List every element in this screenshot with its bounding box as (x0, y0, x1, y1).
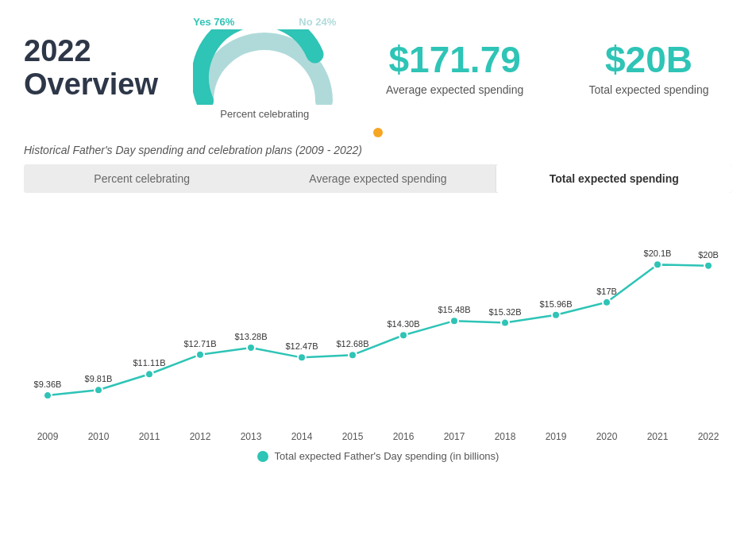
divider-row (24, 128, 732, 137)
avg-spending-value: $171.79 (389, 40, 521, 80)
svg-text:2017: 2017 (444, 431, 465, 442)
legend-row: Total expected Father's Day spending (in… (24, 450, 732, 462)
total-spending-label: Total expected spending (588, 83, 708, 96)
svg-text:2014: 2014 (291, 431, 313, 442)
gauge-caption: Percent celebrating (220, 108, 309, 120)
historical-label: Historical Father's Day spending and cel… (24, 144, 732, 156)
total-spending-section: $20B Total expected spending (565, 40, 732, 96)
svg-text:$9.81B: $9.81B (85, 374, 113, 383)
svg-text:2020: 2020 (596, 431, 618, 442)
svg-point-15 (298, 353, 306, 361)
overview-row: 2022Overview Yes 76% No 24% Percent cele… (24, 16, 732, 120)
avg-spending-section: $171.79 Average expected spending (372, 40, 538, 96)
svg-text:$20B: $20B (698, 250, 719, 260)
svg-point-24 (450, 317, 458, 325)
svg-point-6 (145, 370, 153, 378)
tab-avg-spending[interactable]: Average expected spending (260, 164, 496, 193)
gauge-yes-label: Yes 76% (193, 16, 234, 28)
svg-text:2009: 2009 (37, 431, 59, 442)
gauge-canvas (193, 29, 336, 105)
svg-text:$12.71B: $12.71B (184, 339, 217, 349)
legend-label: Total expected Father's Day spending (in… (275, 450, 499, 462)
svg-point-0 (44, 391, 52, 399)
gauge-svg (193, 29, 336, 105)
svg-point-12 (247, 344, 255, 352)
svg-text:$12.68B: $12.68B (337, 339, 369, 349)
svg-point-39 (704, 262, 712, 270)
chart-svg: $9.36B2009$9.81B2010$11.11B2011$12.71B20… (24, 206, 732, 444)
svg-text:2013: 2013 (241, 431, 262, 442)
svg-text:2018: 2018 (495, 431, 516, 442)
gauge-section: Yes 76% No 24% Percent celebrating (185, 16, 344, 120)
gauge-no-label: No 24% (299, 16, 336, 28)
svg-point-9 (196, 351, 204, 359)
tabs-row: Percent celebrating Average expected spe… (24, 164, 732, 193)
avg-spending-label: Average expected spending (386, 83, 523, 96)
svg-point-36 (654, 260, 662, 268)
total-spending-value: $20B (605, 40, 692, 80)
svg-text:$15.32B: $15.32B (489, 307, 522, 317)
main-container: 2022Overview Yes 76% No 24% Percent cele… (0, 0, 756, 470)
svg-text:2011: 2011 (139, 431, 160, 442)
svg-point-18 (349, 351, 357, 359)
svg-text:2022: 2022 (698, 431, 719, 442)
orange-dot (373, 128, 383, 137)
legend-dot (257, 451, 268, 462)
gauge-labels: Yes 76% No 24% (193, 16, 336, 28)
svg-point-21 (399, 331, 407, 339)
svg-text:2016: 2016 (393, 431, 415, 442)
svg-text:$15.96B: $15.96B (540, 299, 573, 309)
svg-text:2015: 2015 (342, 431, 364, 442)
svg-text:$20.1B: $20.1B (644, 248, 672, 258)
svg-text:$15.48B: $15.48B (438, 305, 471, 314)
svg-text:$12.47B: $12.47B (286, 341, 318, 351)
svg-text:2021: 2021 (647, 431, 669, 442)
svg-text:2010: 2010 (88, 431, 110, 442)
svg-text:2012: 2012 (190, 431, 211, 442)
svg-point-33 (603, 298, 611, 306)
tab-percent-celebrating[interactable]: Percent celebrating (24, 164, 260, 193)
svg-text:2019: 2019 (546, 431, 567, 442)
svg-point-30 (552, 311, 560, 319)
chart-area: $9.36B2009$9.81B2010$11.11B2011$12.71B20… (24, 206, 732, 444)
svg-text:$9.36B: $9.36B (34, 379, 62, 389)
svg-point-3 (94, 386, 102, 394)
svg-text:$14.30B: $14.30B (388, 319, 420, 329)
svg-text:$13.28B: $13.28B (235, 332, 268, 341)
svg-text:$17B: $17B (596, 287, 617, 296)
overview-title: 2022Overview (24, 35, 158, 102)
tab-total-spending[interactable]: Total expected spending (496, 164, 732, 193)
svg-point-27 (501, 319, 509, 327)
svg-text:$11.11B: $11.11B (133, 358, 166, 368)
